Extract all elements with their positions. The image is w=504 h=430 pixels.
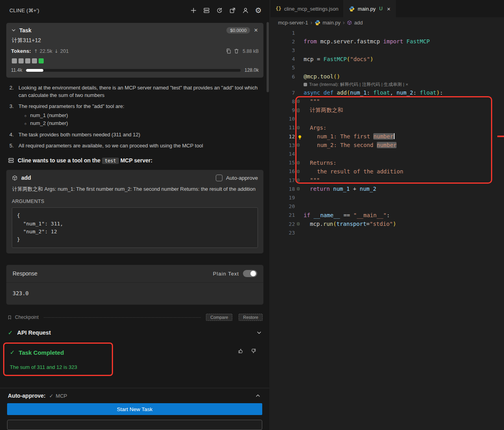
line-number: 22 <box>271 221 295 227</box>
history-icon[interactable] <box>216 7 223 14</box>
arguments-label: ARGUMENTS <box>12 199 258 204</box>
tool-name: add <box>21 175 31 181</box>
tool-card: add Auto-approve 计算两数之和 Args: num_1: The… <box>6 170 263 253</box>
token: float <box>373 89 390 96</box>
compare-button[interactable]: Compare <box>206 314 232 321</box>
token-usage-blocks <box>12 58 258 63</box>
token: "docs" <box>350 56 370 62</box>
thumbs-down-icon[interactable] <box>250 348 256 354</box>
token: transport <box>336 221 366 227</box>
token: num_2: The second <box>317 142 377 148</box>
chat-input[interactable] <box>7 420 262 430</box>
settings-gear-icon[interactable]: ⚙ <box>255 7 262 14</box>
inline-hint-text: Trae (Internal): 解释代码 | 注释代码 | 生成单测 | × <box>309 82 408 87</box>
auto-approve-checkbox[interactable] <box>216 175 222 181</box>
new-task-icon[interactable] <box>190 7 197 14</box>
token: == <box>340 212 354 218</box>
code-line: 9计算两数之和 <box>271 106 504 115</box>
list-text: Looking at the environment details, ther… <box>19 84 262 99</box>
lightbulb-icon[interactable] <box>297 135 302 140</box>
line-number: 9 <box>271 107 295 113</box>
open-in-editor-icon[interactable] <box>229 7 236 14</box>
code-tokens: the result of the addition <box>304 168 403 175</box>
scrollbar[interactable] <box>267 22 269 92</box>
token: """ <box>310 177 320 183</box>
chevron-up-icon[interactable] <box>255 393 261 398</box>
breadcrumb-item[interactable]: add <box>347 20 363 26</box>
code-tokens: Returns: <box>304 160 336 166</box>
chevron-down-icon[interactable] <box>11 28 16 33</box>
breadcrumb-item[interactable]: mcp-server-1 <box>278 20 308 26</box>
code-line: 16the result of the addition <box>271 167 504 176</box>
code-text: num_1: The first number <box>295 133 504 140</box>
check-icon: ✓ <box>10 349 15 356</box>
task-result-text: The sum of 311 and 12 is 323 <box>10 364 107 370</box>
close-icon[interactable]: × <box>387 6 391 12</box>
token: num_1: The first <box>317 133 373 140</box>
code-line: 10 <box>271 115 504 123</box>
start-new-task-button[interactable]: Start New Task <box>7 403 262 415</box>
sidebar-header: CLINE (⌘+') ⚙ <box>0 0 270 20</box>
line-number: 12 <box>271 134 295 140</box>
context-window-bar[interactable] <box>26 69 241 72</box>
list-number: 3. <box>9 102 16 127</box>
token: FastMCP <box>324 56 347 62</box>
delete-icon[interactable] <box>233 48 239 54</box>
line-number: 17 <box>271 177 295 183</box>
token: add <box>337 89 346 96</box>
tab-cline_mcp_settings-json[interactable]: {}cline_mcp_settings.json <box>271 0 344 17</box>
api-request-label: API Request <box>17 329 51 336</box>
close-task-icon[interactable]: × <box>253 27 259 34</box>
line-number: 18 <box>271 186 295 192</box>
breadcrumb-label: mcp-server-1 <box>278 20 308 26</box>
task-completed-section: ✓ Task Completed The sum of 311 and 12 i… <box>3 343 263 376</box>
token: num_1 <box>333 186 350 192</box>
code-line: 19 <box>271 193 504 202</box>
task-size: 5.88 kB <box>243 48 259 54</box>
code-tokens: if __name__ == "__main__": <box>304 212 390 218</box>
code-text: """ <box>295 177 504 183</box>
chevron-right-icon: › <box>311 19 313 26</box>
toggle-knob <box>250 271 256 276</box>
reasoning-item: 5.All required parameters are available,… <box>9 142 262 149</box>
code-text <box>295 194 504 201</box>
chevron-down-icon[interactable] <box>256 330 262 335</box>
copy-icon[interactable] <box>226 48 232 54</box>
code-text: mcp.run(transport="stdio") <box>295 221 504 227</box>
account-icon[interactable] <box>242 7 249 14</box>
task-text: 计算311+12 <box>12 37 258 44</box>
token-block <box>39 58 44 63</box>
code-tokens: num_2: The second number <box>304 142 397 148</box>
token: if <box>304 212 310 218</box>
code-area[interactable]: 12from mcp.server.fastmcp import FastMCP… <box>271 28 504 237</box>
token: ) <box>370 56 373 62</box>
code-line: 8""" <box>271 97 504 106</box>
token: from <box>304 38 317 45</box>
mcp-servers-icon[interactable] <box>203 7 210 14</box>
code-line: 11Args: <box>271 123 504 132</box>
indent-guide-mark <box>297 126 300 129</box>
tab-main-py[interactable]: main.pyU× <box>344 0 396 17</box>
code-line: 4mcp = FastMCP("docs") <box>271 55 504 63</box>
checkpoint-row: Checkpoint Compare Restore <box>7 314 263 321</box>
breadcrumb-label: add <box>354 20 363 26</box>
line-number: 15 <box>271 160 295 166</box>
check-icon: ✓ <box>49 393 54 399</box>
restore-button[interactable]: Restore <box>239 314 263 321</box>
token: ( <box>347 56 350 62</box>
line-number: 8 <box>271 99 295 104</box>
tab-label: main.py <box>358 6 376 12</box>
inline-hint[interactable]: Trae (Internal): 解释代码 | 注释代码 | 生成单测 | × <box>271 81 504 88</box>
thumbs-up-icon[interactable] <box>238 348 244 354</box>
line-number: 6 <box>271 74 295 80</box>
api-request-row[interactable]: ✓ API Request <box>8 329 262 336</box>
cline-sidebar: CLINE (⌘+') ⚙ Task <box>0 0 270 430</box>
line-number: 23 <box>271 230 295 236</box>
code-tokens: return num_1 + num_2 <box>304 186 376 192</box>
context-bar-fill <box>26 69 43 72</box>
token: "stdio" <box>370 221 393 227</box>
code-text: mcp = FastMCP("docs") <box>295 56 504 62</box>
plain-text-toggle[interactable] <box>243 270 257 277</box>
breadcrumb-item[interactable]: main.py <box>315 20 341 26</box>
token: () <box>334 73 340 80</box>
